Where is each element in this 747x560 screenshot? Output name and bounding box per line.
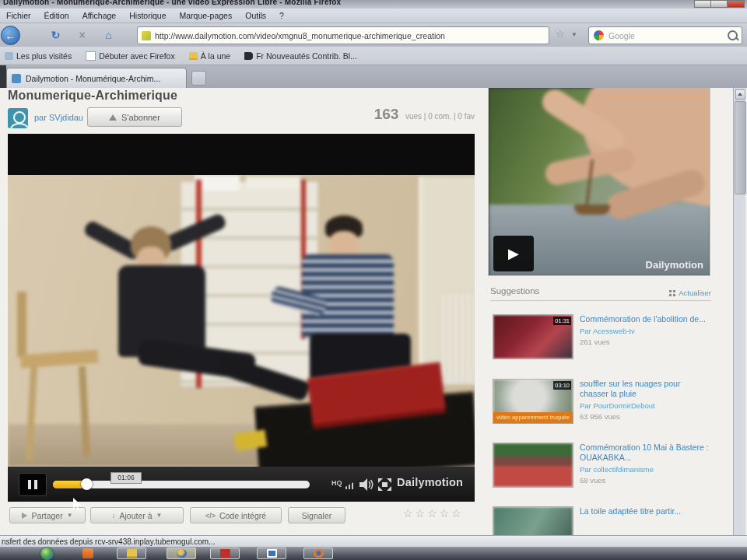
menu-marque-pages[interactable]: Marque-pages xyxy=(180,11,233,20)
search-input[interactable]: Google xyxy=(608,31,635,40)
duration-badge: 01:31 xyxy=(553,317,571,325)
featured-video-thumbnail[interactable]: ▶ Dailymotion xyxy=(488,88,710,276)
menu-historique[interactable]: Historique xyxy=(129,11,166,20)
search-icon[interactable] xyxy=(728,30,738,40)
status-bar: nsfert des données depuis rcv-srv438.inp… xyxy=(0,535,747,547)
star-icon[interactable]: ☆ xyxy=(416,507,428,520)
progress-bar[interactable]: 01:06 xyxy=(53,481,310,488)
suggestion-author[interactable]: Par Acessweb-tv xyxy=(580,327,710,335)
suggestion-item[interactable]: La toile adaptée titre partir... xyxy=(490,506,711,535)
author-link[interactable]: par SVjdidau xyxy=(34,113,83,122)
back-arrow-icon: ← xyxy=(5,30,16,42)
bookmark-getting-started[interactable]: Débuter avec Firefox xyxy=(86,51,174,61)
maximize-button[interactable] xyxy=(710,0,728,8)
reload-button[interactable]: ↻ xyxy=(47,26,65,44)
quality-bars-icon xyxy=(345,481,355,489)
video-stats: 163 vues | 0 com. | 0 fav xyxy=(335,106,475,123)
back-button[interactable]: ← xyxy=(1,26,20,45)
volume-icon[interactable] xyxy=(359,478,374,491)
address-bar[interactable]: http://www.dailymotion.com/video/xmgnu8_… xyxy=(137,26,549,44)
video-player[interactable]: 01:06 HQ Dailymotion xyxy=(8,134,475,502)
play-button[interactable]: ▶ xyxy=(493,236,534,271)
share-button[interactable]: Partager ▼ xyxy=(9,507,86,523)
page-title: Monumerique-Archimerique xyxy=(8,89,177,103)
views-count: 163 xyxy=(374,106,399,122)
avatar-person-icon xyxy=(13,111,26,124)
taskbar-item-firefox[interactable] xyxy=(303,548,333,559)
suggestion-title[interactable]: souffler sur les nuages pour chasser la … xyxy=(580,379,710,399)
bookmark-fr-news[interactable]: Fr Nouveautés Contrib. Bl... xyxy=(244,51,357,61)
suggestion-title[interactable]: La toile adaptée titre partir... xyxy=(580,506,710,516)
media-player-icon[interactable] xyxy=(82,548,93,558)
suggestion-thumbnail[interactable] xyxy=(493,443,573,488)
fullscreen-icon[interactable] xyxy=(378,478,391,491)
menu-affichage[interactable]: Affichage xyxy=(82,11,117,20)
taskbar-item-blue-app[interactable] xyxy=(257,548,286,559)
feed-icon xyxy=(244,52,253,60)
stop-icon: × xyxy=(79,29,85,41)
scrollbar-thumb[interactable] xyxy=(735,101,746,194)
suggestion-views: 63 956 vues xyxy=(580,412,710,421)
stop-button[interactable]: × xyxy=(73,26,91,44)
tab-label: Dailymotion - Monumérique-Archim... xyxy=(26,74,160,83)
tab-dailymotion[interactable]: Dailymotion - Monumérique-Archim... xyxy=(6,68,187,89)
windows-taskbar xyxy=(0,547,747,560)
suggestion-views: 68 vues xyxy=(580,476,710,485)
bookmark-most-visited[interactable]: Les plus visités xyxy=(5,51,72,61)
suggestion-item[interactable]: 01:31 Commémoration de l'abolition de...… xyxy=(490,314,711,375)
start-orb-icon[interactable] xyxy=(40,548,54,560)
pause-button[interactable] xyxy=(19,473,47,496)
subscribe-arrow-icon xyxy=(109,114,117,121)
add-to-button[interactable]: ↓ Ajouter à ▼ xyxy=(90,507,184,523)
suggestions-action[interactable]: Actualiser xyxy=(669,289,711,297)
play-icon: ▶ xyxy=(508,245,519,262)
hq-icon[interactable]: HQ xyxy=(331,479,342,487)
taskbar-item-folder[interactable] xyxy=(117,548,146,559)
suggestion-item[interactable]: 03:10 vidéo apparemment truquée souffler… xyxy=(490,379,711,439)
menu-aide[interactable]: ? xyxy=(279,11,284,20)
url-text[interactable]: http://www.dailymotion.com/video/xmgnu8_… xyxy=(155,31,445,40)
subscribe-button[interactable]: S'abonner xyxy=(87,107,182,127)
page-scrollbar[interactable] xyxy=(733,88,745,535)
suggestion-thumbnail[interactable] xyxy=(493,506,573,535)
bookmark-star-icon[interactable]: ☆ xyxy=(556,28,565,40)
taskbar-item-browser-active[interactable] xyxy=(167,548,196,559)
time-tooltip: 01:06 xyxy=(110,472,142,484)
globe-icon xyxy=(177,549,187,558)
star-icon[interactable]: ☆ xyxy=(403,507,416,520)
page-icon xyxy=(86,51,96,61)
new-tab-button[interactable] xyxy=(191,71,206,86)
suggestion-author[interactable]: Par PourDormirDebout xyxy=(580,401,710,410)
star-icon[interactable]: ☆ xyxy=(451,507,464,520)
star-icon[interactable]: ☆ xyxy=(440,507,452,520)
suggestion-title[interactable]: Commémoration 10 Mai à Bastere : OUAKABK… xyxy=(580,443,710,463)
suggestion-item[interactable]: Commémoration 10 Mai à Bastere : OUAKABK… xyxy=(490,443,711,503)
search-box[interactable]: Google xyxy=(588,26,742,44)
menu-bar: Fichier Édition Affichage Historique Mar… xyxy=(0,9,747,23)
bookmark-headlines-folder[interactable]: À la une xyxy=(189,51,231,61)
url-dropdown-icon[interactable]: ▼ xyxy=(571,31,577,38)
embed-code-button[interactable]: </> Code intégré xyxy=(190,507,282,523)
suggestion-author[interactable]: Par collectifdimanisme xyxy=(580,465,710,474)
suggestion-thumbnail[interactable]: 01:31 xyxy=(493,314,573,359)
share-icon xyxy=(22,513,27,519)
scrollbar-up-arrow[interactable] xyxy=(735,89,745,100)
minimize-button[interactable] xyxy=(694,0,711,8)
close-button[interactable] xyxy=(728,0,745,8)
suggestion-thumbnail[interactable]: 03:10 vidéo apparemment truquée xyxy=(493,379,573,424)
menu-fichier[interactable]: Fichier xyxy=(6,11,31,20)
menu-edition[interactable]: Édition xyxy=(44,11,69,20)
duration-badge: 03:10 xyxy=(553,381,571,390)
home-button[interactable]: ⌂ xyxy=(100,26,117,44)
star-icon[interactable]: ☆ xyxy=(427,507,440,520)
menu-outils[interactable]: Outils xyxy=(245,11,266,20)
site-favicon xyxy=(142,31,151,40)
suggestion-title[interactable]: Commémoration de l'abolition de... xyxy=(580,314,710,324)
rating-stars[interactable]: ☆☆☆☆☆ xyxy=(403,507,464,520)
taskbar-item-red-app[interactable] xyxy=(210,548,240,559)
avatar[interactable] xyxy=(8,108,28,128)
code-icon: </> xyxy=(205,512,216,520)
folder-icon xyxy=(127,549,137,558)
report-button[interactable]: Signaler xyxy=(288,507,345,523)
progress-handle[interactable] xyxy=(81,478,93,490)
